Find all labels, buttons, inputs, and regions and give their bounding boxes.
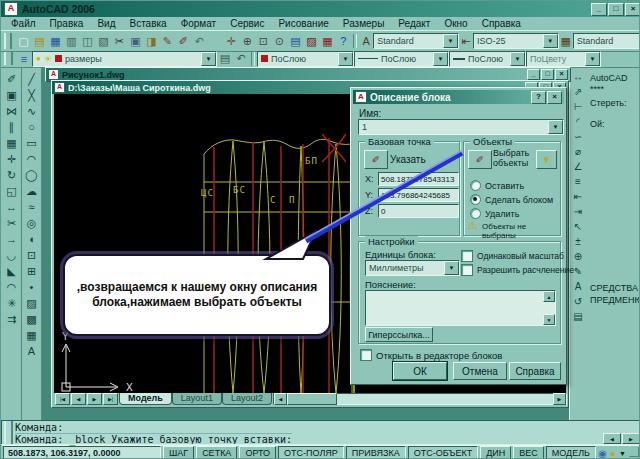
copy-icon[interactable]: ▣ [127, 34, 143, 49]
menu-file[interactable]: Файл [5, 17, 42, 30]
scrollbar-thumb[interactable] [287, 393, 337, 405]
quick-select-button[interactable]: ▼ [536, 150, 557, 169]
status-ortho-button[interactable]: ОРТО [239, 446, 276, 459]
trim-icon[interactable]: ✂ [4, 215, 20, 231]
toolbar-grip[interactable] [4, 52, 13, 66]
linetype-combo[interactable]: ПоСлою ▼ [354, 51, 449, 67]
menu-view[interactable]: Вид [91, 17, 121, 30]
block-name-combo[interactable]: 1 ▼ [358, 119, 564, 135]
radio-convert-to-block[interactable]: Сделать блоком [470, 194, 553, 205]
zoom-realtime-icon[interactable]: ⊕ [239, 34, 255, 49]
toolbar-grip[interactable] [4, 33, 12, 49]
chamfer-icon[interactable]: ◣ [4, 263, 20, 279]
dimension-style-icon[interactable]: ▤ [571, 309, 586, 324]
maximize-button[interactable]: □ [541, 69, 554, 80]
checkbox-uniform-scale[interactable]: Одинаковый масштаб [461, 250, 564, 262]
ok-button[interactable]: ОК [393, 362, 447, 380]
maximize-button[interactable]: □ [608, 3, 624, 16]
angular-dimension-icon[interactable]: ∠ [571, 159, 586, 174]
layer-properties-icon[interactable]: ≡ [16, 51, 32, 66]
chevron-down-icon[interactable]: ▼ [443, 34, 458, 48]
aligned-dimension-icon[interactable]: ⇗ [571, 84, 586, 99]
screen-menu-erase[interactable]: Стереть: [590, 98, 627, 108]
status-dyn-button[interactable]: ДИН [480, 446, 511, 459]
fillet-icon[interactable]: ◠ [4, 279, 20, 295]
new-file-icon[interactable]: ▢ [15, 34, 31, 49]
chevron-down-icon[interactable]: ▼ [338, 52, 353, 66]
select-objects-button[interactable]: ✐ [468, 150, 492, 169]
radio-delete[interactable]: Удалить [470, 208, 519, 219]
zoom-window-icon[interactable]: ⊡ [255, 34, 271, 49]
calculator-icon[interactable]: ▦ [319, 34, 335, 49]
radio-retain[interactable]: Оставить [470, 180, 524, 191]
match-properties-icon[interactable]: ✎ [159, 34, 175, 49]
status-menu-arrow-icon[interactable]: ▼ [619, 450, 626, 457]
paste-icon[interactable]: ◨ [143, 34, 159, 49]
description-textarea[interactable]: ▲ ▼ [365, 290, 556, 326]
layer-previous-icon[interactable]: ↶ [233, 51, 249, 66]
scroll-down-icon[interactable]: ▼ [543, 314, 555, 325]
zoom-previous-icon[interactable]: ⊙ [271, 34, 287, 49]
chevron-down-icon[interactable]: ▼ [433, 52, 448, 66]
command-scroll-left-icon[interactable]: ◀ [603, 433, 621, 444]
insert-block-icon[interactable]: ⊡ [24, 247, 40, 263]
command-window-grip[interactable] [4, 421, 13, 445]
linear-dimension-icon[interactable]: ↔ [571, 69, 586, 84]
tolerance-icon[interactable]: ± [571, 234, 586, 249]
menu-draw[interactable]: Рисование [272, 17, 334, 30]
units-combo[interactable]: Миллиметры ▼ [365, 260, 460, 276]
z-coordinate-field[interactable]: 0 [378, 204, 459, 218]
tab-scroll-button[interactable]: ▶ [87, 393, 102, 405]
dialog-titlebar[interactable]: A Описание блока ? × [353, 90, 564, 104]
y-coordinate-field[interactable]: 103.796864245685 [378, 188, 459, 202]
plot-preview-icon[interactable]: ◫ [79, 34, 95, 49]
join-icon[interactable]: ⇉ [4, 311, 20, 327]
plotstyle-combo[interactable]: ПоЦвету ▼ [526, 51, 601, 67]
open-icon[interactable]: ▤ [31, 34, 47, 49]
help-button[interactable]: Справка [509, 362, 561, 380]
table-icon[interactable]: ▦ [24, 327, 40, 343]
menu-edit[interactable]: Правка [44, 17, 90, 30]
status-polar-button[interactable]: ОТС-ПОЛЯР [278, 446, 344, 459]
cut-icon[interactable]: ✂ [111, 34, 127, 49]
scroll-right-icon[interactable]: ▶ [553, 393, 566, 405]
menu-dimension[interactable]: Размеры [337, 17, 391, 30]
screen-menu-assist[interactable]: СРЕДСТВА [590, 283, 638, 293]
lineweight-combo[interactable]: ПоСлою ▼ [449, 51, 526, 67]
dialog-close-button[interactable]: × [547, 91, 562, 104]
minimize-button[interactable]: _ [591, 3, 607, 16]
checkbox-allow-explode[interactable]: Разрешить расчленение [461, 264, 574, 276]
tab-scroll-button[interactable]: ◀ [71, 393, 86, 405]
diameter-dimension-icon[interactable]: ⌀ [571, 144, 586, 159]
status-otrack-button[interactable]: ОТС-ОБЪЕКТ [408, 446, 478, 459]
rotate-icon[interactable]: ↻ [4, 167, 20, 183]
toolbar-lock-icon[interactable]: ● [610, 448, 616, 459]
scroll-left-icon[interactable]: ◀ [274, 393, 287, 405]
minimize-button[interactable]: _ [527, 69, 540, 80]
command-scroll-right-icon[interactable]: ▶ [622, 433, 640, 444]
chevron-down-icon[interactable]: ▼ [548, 120, 563, 134]
make-block-icon[interactable]: ⊞ [24, 263, 40, 279]
text-style-combo[interactable]: Standard ▼ [373, 33, 459, 49]
redo-icon[interactable]: ↷ [207, 34, 223, 49]
chevron-down-icon[interactable]: ▼ [201, 52, 216, 66]
status-lwt-button[interactable]: ВЕС [513, 446, 544, 459]
tab-scroll-button[interactable]: ▶| [103, 393, 118, 405]
scroll-up-icon[interactable]: ▲ [543, 291, 555, 302]
polyline-icon[interactable]: ∿ [24, 103, 40, 119]
coordinates-display[interactable]: 508.1873, 106.3197, 0.0000 [3, 446, 161, 459]
break-icon[interactable]: ◡ [4, 247, 20, 263]
array-icon[interactable]: ▦ [4, 135, 20, 151]
tab-scroll-button[interactable]: |◀ [55, 393, 70, 405]
resize-grip-icon[interactable] [629, 447, 640, 459]
ellipse-icon[interactable]: ◎ [24, 215, 40, 231]
tab-layout2[interactable]: Layout2 [222, 393, 272, 405]
screen-menu-stars[interactable]: **** [590, 84, 604, 94]
tab-layout1[interactable]: Layout1 [172, 393, 222, 405]
dim-style-combo[interactable]: ISO-25 ▼ [473, 33, 559, 49]
status-osnap-button[interactable]: ПРИВЯЗКА [346, 446, 406, 459]
baseline-dimension-icon[interactable]: ⇤ [571, 189, 586, 204]
construction-line-icon[interactable]: ╳ [24, 87, 40, 103]
status-grid-button[interactable]: СЕТКА [196, 446, 237, 459]
pan-icon[interactable]: ✛ [223, 34, 239, 49]
